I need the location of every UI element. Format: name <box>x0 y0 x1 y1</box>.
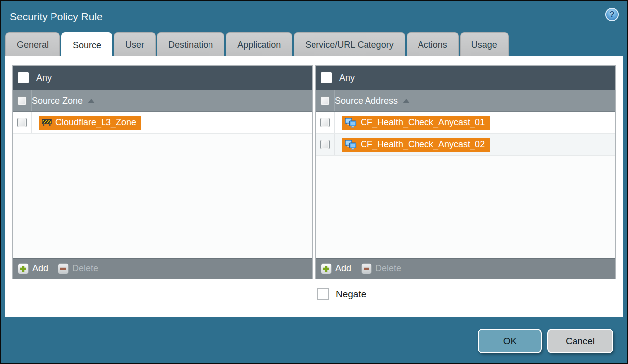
dialog-footer: OK Cancel <box>478 329 613 353</box>
sort-ascending-icon <box>403 99 410 103</box>
tab-source[interactable]: Source <box>61 32 112 57</box>
source-address-any-label: Any <box>339 73 355 83</box>
source-zone-any-checkbox[interactable] <box>18 72 29 83</box>
address-icon <box>345 140 357 150</box>
source-zone-any-bar: Any <box>13 66 312 90</box>
security-policy-rule-dialog: Security Policy Rule ? General Source Us… <box>0 0 628 364</box>
zone-chip[interactable]: Cloudflare_L3_Zone <box>39 116 141 130</box>
source-zone-select-all-checkbox[interactable] <box>17 96 27 105</box>
address-chip-label: CF_Health_Check_Anycast_01 <box>361 117 485 128</box>
source-address-list: CF_Health_Check_Anycast_01 <box>316 112 615 258</box>
delete-button[interactable]: Delete <box>58 263 98 274</box>
address-icon <box>345 118 357 128</box>
table-row[interactable]: CF_Health_Check_Anycast_02 <box>316 134 615 156</box>
tab-service-url-category[interactable]: Service/URL Category <box>294 32 405 56</box>
source-address-column-header[interactable]: Source Address <box>316 90 615 112</box>
ok-button[interactable]: OK <box>478 329 542 353</box>
table-row[interactable]: CF_Health_Check_Anycast_01 <box>316 112 615 134</box>
delete-button[interactable]: Delete <box>361 263 401 274</box>
source-address-select-all-checkbox[interactable] <box>320 96 330 105</box>
tab-content-source: Any Source Zone <box>5 56 623 317</box>
source-address-any-bar: Any <box>316 66 615 90</box>
source-address-panel: Any Source Address <box>315 65 616 279</box>
plus-icon <box>18 263 29 274</box>
source-address-toolbar: Add Delete <box>316 258 615 279</box>
source-zone-any-label: Any <box>36 73 52 83</box>
tab-actions[interactable]: Actions <box>407 32 459 56</box>
plus-icon <box>321 263 332 274</box>
tab-application[interactable]: Application <box>226 32 292 56</box>
source-address-any-checkbox[interactable] <box>321 72 332 83</box>
source-address-column-label: Source Address <box>335 96 398 106</box>
negate-checkbox[interactable] <box>317 288 329 300</box>
minus-icon <box>58 263 69 274</box>
tab-usage[interactable]: Usage <box>460 32 509 56</box>
tab-bar: General Source User Destination Applicat… <box>1 32 627 56</box>
zone-chip-label: Cloudflare_L3_Zone <box>55 117 136 128</box>
minus-icon <box>361 263 372 274</box>
row-checkbox[interactable] <box>320 118 330 127</box>
negate-label: Negate <box>336 289 366 300</box>
help-icon[interactable]: ? <box>605 8 619 21</box>
sort-ascending-icon <box>88 99 95 103</box>
tab-destination[interactable]: Destination <box>157 32 224 56</box>
source-zone-column-header[interactable]: Source Zone <box>13 90 312 112</box>
add-button[interactable]: Add <box>321 263 351 274</box>
dialog-titlebar: Security Policy Rule <box>1 1 627 32</box>
source-zone-panel: Any Source Zone <box>12 65 313 279</box>
negate-row: Negate <box>5 279 623 300</box>
source-zone-column-label: Source Zone <box>32 96 83 106</box>
table-row[interactable]: Cloudflare_L3_Zone <box>13 112 312 134</box>
cancel-button[interactable]: Cancel <box>547 329 613 353</box>
zone-icon <box>42 118 52 127</box>
row-checkbox[interactable] <box>320 140 330 149</box>
add-button[interactable]: Add <box>18 263 48 274</box>
address-chip[interactable]: CF_Health_Check_Anycast_01 <box>342 116 490 130</box>
row-checkbox[interactable] <box>17 118 27 127</box>
dialog-title: Security Policy Rule <box>10 11 103 23</box>
address-chip-label: CF_Health_Check_Anycast_02 <box>361 139 485 150</box>
tab-user[interactable]: User <box>114 32 156 56</box>
source-zone-list: Cloudflare_L3_Zone <box>13 112 312 258</box>
address-chip[interactable]: CF_Health_Check_Anycast_02 <box>342 138 490 152</box>
tab-general[interactable]: General <box>5 32 60 56</box>
source-zone-toolbar: Add Delete <box>13 258 312 279</box>
